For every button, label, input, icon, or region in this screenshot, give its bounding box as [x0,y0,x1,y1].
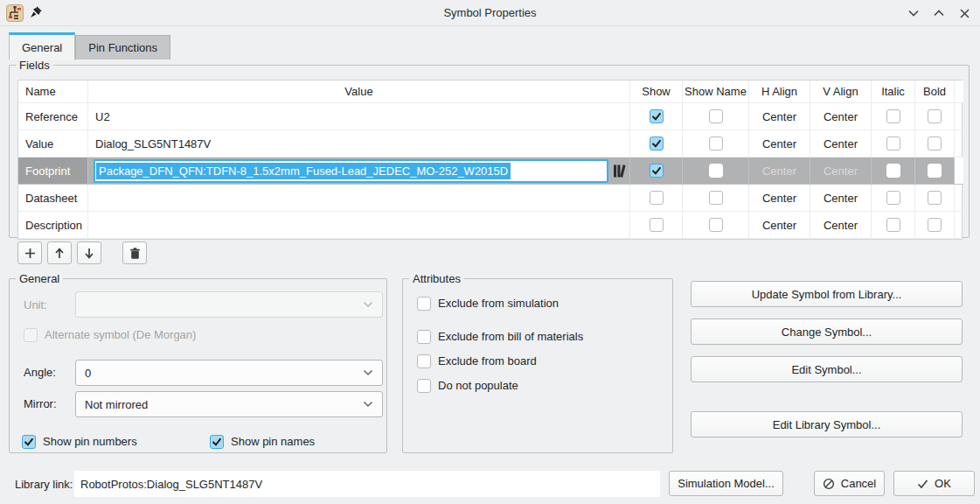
show-name-checkbox[interactable] [709,218,723,232]
bold-checkbox[interactable] [928,218,942,232]
angle-select[interactable]: 0 [75,360,383,386]
italic-checkbox[interactable] [886,191,900,205]
column-header-v-align: V Align [810,80,872,103]
show-pin-numbers-checkbox[interactable] [22,435,36,449]
v-align-cell[interactable]: Center [810,212,872,239]
h-align-cell[interactable]: Center [749,185,810,212]
field-value-cell[interactable]: Dialog_SLG5NT1487V [88,130,630,158]
field-name-cell[interactable]: Description [18,212,88,239]
field-value-cell[interactable]: Package_DFN_QFN:TDFN-8_1.5x2mm_Fused-Lea… [88,158,630,185]
maximize-button[interactable] [932,6,946,20]
bold-checkbox[interactable] [928,109,942,123]
italic-checkbox[interactable] [886,109,900,123]
move-up-button[interactable] [47,242,72,264]
library-link-label: Library link: [15,478,73,491]
show-name-checkbox[interactable] [709,109,723,123]
show-name-checkbox[interactable] [709,164,723,178]
show-checkbox[interactable] [650,164,664,178]
bold-checkbox[interactable] [928,136,942,150]
tab-general[interactable]: General [9,32,75,60]
column-header-show-name: Show Name [683,80,749,103]
bold-cell [915,103,955,130]
titlebar: Symbol Properties [0,0,980,26]
move-down-button[interactable] [77,242,101,264]
show-checkbox[interactable] [650,191,664,205]
edit-library-symbol-button[interactable]: Edit Library Symbol... [691,411,963,438]
column-header-h-align: H Align [749,80,810,103]
library-books-icon[interactable] [612,164,627,178]
v-align-cell[interactable]: Center [810,185,872,212]
show-name-checkbox[interactable] [709,136,723,150]
show-checkbox[interactable] [650,218,664,232]
mirror-label: Mirror: [24,397,57,411]
bold-cell [915,130,955,158]
italic-checkbox[interactable] [886,136,900,150]
field-value-cell[interactable] [88,185,630,212]
show-checkbox[interactable] [650,136,664,150]
tab-bar: General Pin Functions [9,26,170,60]
field-name-cell[interactable]: Value [18,130,88,158]
column-header-value: Value [88,80,630,103]
delete-field-button[interactable] [122,242,147,264]
v-align-cell[interactable]: Center [810,130,872,158]
italic-cell [872,158,915,185]
minimize-button[interactable] [907,6,921,20]
change-symbol-button[interactable]: Change Symbol... [691,318,963,345]
exclude-from-board-checkbox[interactable] [417,354,431,368]
show-name-checkbox[interactable] [709,191,723,205]
close-button[interactable] [957,6,971,20]
italic-cell [872,103,915,130]
cancel-button[interactable]: Cancel [814,471,885,496]
field-value-cell[interactable] [88,212,630,239]
italic-cell [872,130,915,158]
v-align-cell[interactable]: Center [810,103,872,130]
h-align-cell[interactable]: Center [749,130,810,158]
h-align-cell[interactable]: Center [749,212,810,239]
field-name-cell[interactable]: Datasheet [18,185,88,212]
exclude-from-bom-checkbox[interactable] [417,330,431,344]
show-cell [630,185,683,212]
exclude-from-bom-row: Exclude from bill of materials [417,330,583,344]
show-checkbox[interactable] [650,109,664,123]
add-field-button[interactable] [17,242,42,264]
edit-symbol-button[interactable]: Edit Symbol... [691,356,963,382]
unit-select [75,291,383,318]
fields-toolbar [17,242,147,264]
field-name-cell[interactable]: Reference [18,103,88,130]
show-pin-names-checkbox[interactable] [210,435,224,449]
column-header-show: Show [630,80,683,103]
mirror-select[interactable]: Not mirrored [75,391,383,417]
show-cell [630,158,683,185]
angle-label: Angle: [24,366,56,380]
bold-checkbox[interactable] [928,191,942,205]
symbol-properties-dialog: Symbol Properties General Pin Functions … [0,0,980,504]
exclude-from-simulation-checkbox[interactable] [417,297,431,311]
show-cell [630,212,683,239]
window-title: Symbol Properties [0,6,980,19]
show-pin-names-row: Show pin names [210,435,315,449]
simulation-model-button[interactable]: Simulation Model... [669,471,783,496]
show-name-cell [683,185,749,212]
library-link-value: RobotProtos:Dialog_SLG5NT1487V [74,471,660,497]
general-group-label: General [16,272,63,285]
check-icon [917,479,928,489]
v-align-cell[interactable]: Center [810,158,872,185]
fields-table: Name Value Show Show Name H Align V Alig… [17,80,963,240]
h-align-cell[interactable]: Center [749,103,810,130]
field-name-cell[interactable]: Footprint [18,158,88,185]
show-name-cell [683,212,749,239]
field-value-cell[interactable]: U2 [88,103,630,130]
alternate-symbol-label: Alternate symbol (De Morgan) [45,328,196,342]
bold-checkbox[interactable] [928,164,942,178]
ok-button[interactable]: OK [893,471,975,496]
exclude-from-board-row: Exclude from board [417,354,537,368]
tab-pin-functions[interactable]: Pin Functions [75,35,170,60]
alternate-symbol-row: Alternate symbol (De Morgan) [24,328,196,342]
italic-checkbox[interactable] [886,218,900,232]
do-not-populate-checkbox[interactable] [417,379,431,393]
update-symbol-from-library-button[interactable]: Update Symbol from Library... [691,281,963,307]
italic-cell [872,212,915,239]
h-align-cell[interactable]: Center [749,158,810,185]
italic-checkbox[interactable] [886,164,900,178]
footprint-value-input[interactable]: Package_DFN_QFN:TDFN-8_1.5x2mm_Fused-Lea… [94,159,608,183]
